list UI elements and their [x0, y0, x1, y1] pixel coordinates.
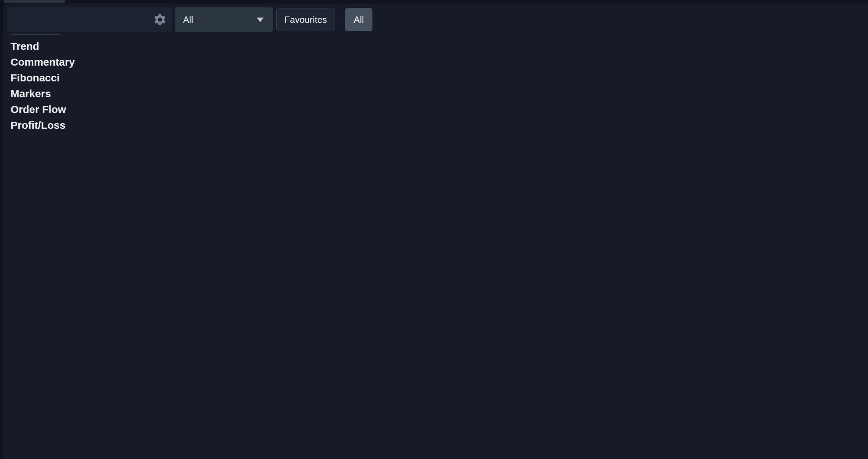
- tools-content: TrendCommentaryFibonacciMarkersOrder Flo…: [3, 39, 868, 131]
- toolbar: All Favourites All: [3, 4, 868, 39]
- chevron-down-icon: [257, 18, 264, 22]
- gear-icon[interactable]: [153, 13, 167, 27]
- section-title: Trend: [11, 41, 868, 52]
- section-profit-loss: Profit/Loss: [3, 120, 868, 131]
- drawing-tools-panel: All Favourites All TrendCommentaryFibona…: [3, 4, 868, 459]
- category-dropdown-value: All: [183, 14, 193, 25]
- section-title: Commentary: [11, 56, 868, 68]
- search-box[interactable]: [7, 7, 172, 32]
- category-dropdown[interactable]: All: [175, 7, 273, 32]
- section-trend: Trend: [3, 41, 868, 52]
- section-markers: Markers: [3, 88, 868, 99]
- all-filter-button[interactable]: All: [345, 8, 372, 31]
- section-commentary: Commentary: [3, 56, 868, 68]
- section-title: Fibonacci: [11, 72, 868, 84]
- section-title: Profit/Loss: [11, 120, 868, 131]
- favourites-button[interactable]: Favourites: [276, 8, 335, 31]
- window-tab: [4, 0, 65, 3]
- section-title: Markers: [11, 88, 868, 99]
- search-input[interactable]: [7, 7, 172, 32]
- section-order-flow: Order Flow: [3, 104, 868, 115]
- section-title: Order Flow: [11, 104, 868, 115]
- scrollbar-thumb[interactable]: [11, 34, 60, 35]
- section-fibonacci: Fibonacci: [3, 72, 868, 84]
